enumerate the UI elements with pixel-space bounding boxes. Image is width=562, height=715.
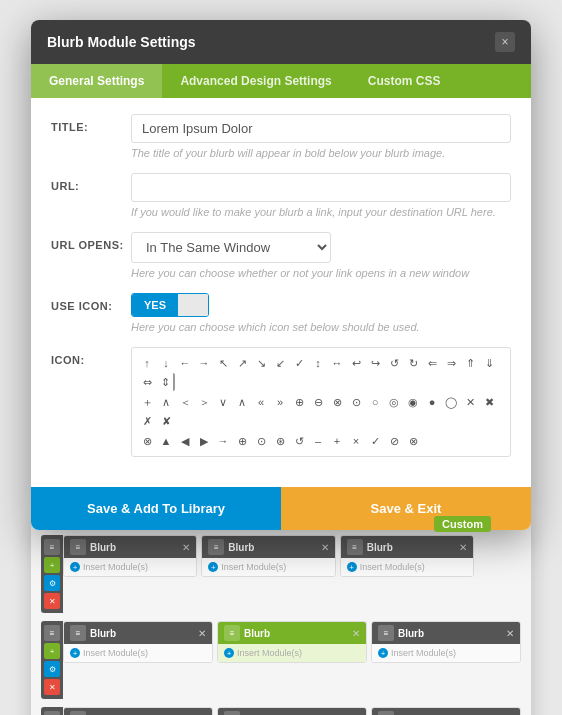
icon-cell[interactable]: ✗ [138,412,156,430]
icon-cell[interactable]: ▲ [157,432,175,450]
tab-general[interactable]: General Settings [31,64,162,98]
tab-css[interactable]: Custom CSS [350,64,459,98]
url-opens-select[interactable]: In The Same Window In A New Window [131,232,331,263]
sidebar-delete-icon[interactable]: ✕ [44,679,60,695]
icon-cell[interactable]: ↪ [366,354,384,372]
icon-cell[interactable]: ✓ [290,354,308,372]
module-header: ≡ Blurb ✕ [64,708,212,715]
icon-cell[interactable]: → [214,432,232,450]
icon-cell[interactable]: ↘ [252,354,270,372]
sidebar-delete-icon[interactable]: ✕ [44,593,60,609]
icon-cell[interactable]: ← [176,354,194,372]
sidebar-settings-icon[interactable]: ⚙ [44,575,60,591]
icon-cell[interactable]: ▶ [195,432,213,450]
icon-cell[interactable]: ⇑ [461,354,479,372]
icon-cell[interactable]: ⇐ [423,354,441,372]
icon-row-3: ⊗ ▲ ◀ ▶ → ⊕ ⊙ ⊛ ↺ – + × ✓ ⊘ ⊗ [138,432,504,450]
module-close-icon[interactable]: ✕ [506,628,514,639]
toggle-yes[interactable]: YES [132,294,178,316]
module-block-highlighted: ≡ Blurb ✕ + Insert Module(s) [217,621,367,663]
sidebar-drag-icon[interactable]: ≡ [44,539,60,555]
icon-cell[interactable]: ⇕ [157,373,175,391]
insert-plus-icon[interactable]: + [208,562,218,572]
icon-cell[interactable]: ↩ [347,354,365,372]
icon-cell[interactable]: ∧ [157,393,175,411]
icon-cell[interactable]: ⊕ [290,393,308,411]
module-icon: ≡ [347,539,363,555]
save-library-button[interactable]: Save & Add To Library [31,487,281,530]
icon-cell[interactable]: ∨ [214,393,232,411]
icon-cell[interactable]: ⇓ [480,354,498,372]
icon-cell[interactable]: » [271,393,289,411]
modal-close-button[interactable]: × [495,32,515,52]
modal-dialog: Blurb Module Settings × General Settings… [31,20,531,530]
icon-cell[interactable]: ◉ [404,393,422,411]
icon-cell[interactable]: ✕ [461,393,479,411]
icon-cell[interactable]: ↗ [233,354,251,372]
icon-cell[interactable]: ↖ [214,354,232,372]
sidebar-drag-icon[interactable]: ≡ [44,711,60,715]
icon-cell[interactable]: ◯ [442,393,460,411]
icon-cell[interactable]: ◀ [176,432,194,450]
tab-advanced[interactable]: Advanced Design Settings [162,64,349,98]
icon-cell[interactable]: ↺ [290,432,308,450]
module-close-icon[interactable]: ✕ [198,628,206,639]
module-close-icon[interactable]: ✕ [352,628,360,639]
icon-cell[interactable]: – [309,432,327,450]
sidebar-add-icon[interactable]: + [44,643,60,659]
icon-cell[interactable]: ＞ [195,393,213,411]
icon-cell[interactable]: ⊛ [271,432,289,450]
icon-cell[interactable]: ✓ [366,432,384,450]
icon-cell[interactable]: → [195,354,213,372]
icon-cell[interactable]: ⊗ [138,432,156,450]
icon-cell[interactable]: ↑ [138,354,156,372]
sidebar-add-icon[interactable]: + [44,557,60,573]
icon-cell[interactable]: ⇔ [138,373,156,391]
icon-cell[interactable]: ⊕ [233,432,251,450]
save-exit-button[interactable]: Save & Exit [281,487,531,530]
toggle-switch[interactable]: YES [131,293,209,317]
row-sidebar-1: ≡ + ⚙ ✕ [41,535,63,613]
builder-col-1: ≡ Blurb ✕ + Insert Module(s) [63,621,213,699]
icon-cell[interactable]: ↺ [385,354,403,372]
icon-cell[interactable]: ◎ [385,393,403,411]
icon-cell[interactable]: ⊗ [404,432,422,450]
icon-cell[interactable]: ✖ [480,393,498,411]
icon-cell[interactable]: ↔ [328,354,346,372]
insert-plus-icon[interactable]: + [378,648,388,658]
icon-cell[interactable]: « [252,393,270,411]
icon-cell[interactable]: ＜ [176,393,194,411]
module-close-icon[interactable]: ✕ [182,542,190,553]
icon-cell[interactable]: ● [423,393,441,411]
icon-cell[interactable]: × [347,432,365,450]
icon-cell[interactable]: ∧ [233,393,251,411]
icon-cell[interactable]: ⊘ [385,432,403,450]
icon-cell[interactable]: ○ [366,393,384,411]
icon-cell[interactable]: ↻ [404,354,422,372]
module-close-icon[interactable]: ✕ [459,542,467,553]
insert-plus-icon[interactable]: + [347,562,357,572]
title-input[interactable] [131,114,511,143]
toggle-no[interactable] [178,294,208,316]
icon-cell[interactable]: ↓ [157,354,175,372]
insert-plus-icon[interactable]: + [70,648,80,658]
insert-plus-icon[interactable]: + [70,562,80,572]
insert-plus-icon[interactable]: + [224,648,234,658]
icon-cell[interactable]: ⊖ [309,393,327,411]
row-sidebar-2: ≡ + ⚙ ✕ [41,621,63,699]
icon-cell[interactable]: ⊙ [347,393,365,411]
module-close-icon[interactable]: ✕ [321,542,329,553]
icon-cell[interactable]: + [328,432,346,450]
url-opens-row: URL OPENS: In The Same Window In A New W… [51,232,511,279]
module-block: ≡ Blurb ✕ + Insert Module(s) [63,535,197,577]
url-input[interactable] [131,173,511,202]
icon-cell[interactable]: ✘ [157,412,175,430]
icon-cell[interactable]: ⊙ [252,432,270,450]
icon-cell[interactable]: ↙ [271,354,289,372]
icon-cell[interactable]: ⇒ [442,354,460,372]
sidebar-drag-icon[interactable]: ≡ [44,625,60,641]
icon-cell[interactable]: ↕ [309,354,327,372]
icon-cell[interactable]: ⊗ [328,393,346,411]
icon-cell[interactable]: ＋ [138,393,156,411]
sidebar-settings-icon[interactable]: ⚙ [44,661,60,677]
